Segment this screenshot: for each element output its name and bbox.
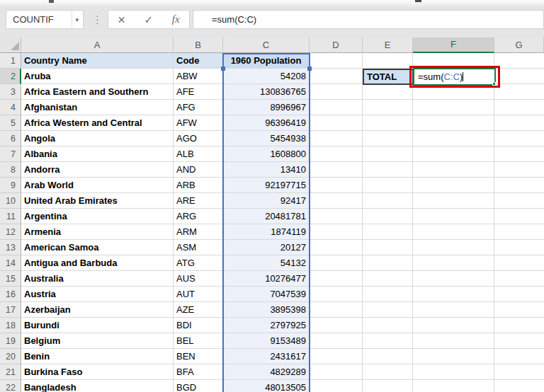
cell-empty[interactable] bbox=[494, 100, 544, 115]
cell-empty[interactable] bbox=[363, 115, 413, 131]
cell-empty[interactable] bbox=[494, 193, 544, 209]
cell-empty[interactable] bbox=[363, 178, 413, 193]
cell-total-label[interactable]: TOTAL bbox=[363, 69, 414, 85]
cell-empty[interactable] bbox=[363, 333, 413, 349]
cell-empty[interactable] bbox=[363, 209, 413, 224]
cell-population[interactable]: 1960 Population bbox=[223, 53, 310, 69]
cell-code[interactable]: ARM bbox=[174, 224, 223, 240]
row-number[interactable]: 5 bbox=[0, 115, 21, 131]
cell-country[interactable]: Africa Western and Central bbox=[21, 115, 174, 131]
chevron-down-icon[interactable]: ▾ bbox=[72, 11, 79, 28]
cell-population[interactable]: 54132 bbox=[223, 255, 310, 271]
cell-population[interactable]: 2797925 bbox=[223, 318, 310, 333]
cell-code[interactable]: AND bbox=[174, 162, 223, 178]
cell-country[interactable]: Benin bbox=[21, 349, 174, 364]
cell-country[interactable]: Australia bbox=[21, 271, 174, 287]
row-number[interactable]: 19 bbox=[0, 333, 21, 349]
row-number[interactable]: 16 bbox=[0, 287, 21, 302]
cell-country[interactable]: Andorra bbox=[21, 162, 174, 178]
cell-country[interactable]: United Arab Emirates bbox=[21, 193, 174, 209]
row-number[interactable]: 12 bbox=[0, 224, 21, 240]
cell-code[interactable]: ARB bbox=[174, 178, 223, 193]
cell-country[interactable]: Antigua and Barbuda bbox=[21, 255, 174, 271]
cell-population[interactable]: 54208 bbox=[223, 69, 310, 84]
column-header-G[interactable]: G bbox=[494, 38, 544, 53]
cell-empty[interactable] bbox=[413, 380, 494, 392]
cell-empty[interactable] bbox=[494, 349, 544, 364]
cell-population[interactable]: 5454938 bbox=[223, 131, 310, 146]
cell-empty[interactable] bbox=[310, 209, 363, 224]
cell-empty[interactable] bbox=[494, 69, 544, 84]
cell-empty[interactable] bbox=[494, 224, 544, 240]
row-number[interactable]: 15 bbox=[0, 271, 21, 287]
cell-empty[interactable] bbox=[310, 100, 363, 115]
cell-empty[interactable] bbox=[310, 162, 363, 178]
cell-code[interactable]: AFE bbox=[174, 84, 223, 100]
cell-empty[interactable] bbox=[310, 131, 363, 146]
column-header-B[interactable]: B bbox=[174, 38, 223, 53]
cell-empty[interactable] bbox=[494, 255, 544, 271]
cell-country[interactable]: Arab World bbox=[21, 178, 174, 193]
cell-empty[interactable] bbox=[413, 193, 494, 209]
cell-empty[interactable] bbox=[310, 302, 363, 318]
cell-country[interactable]: Austria bbox=[21, 287, 174, 302]
column-header-E[interactable]: E bbox=[363, 38, 413, 53]
cell-population[interactable]: 20481781 bbox=[223, 209, 310, 224]
cell-empty[interactable] bbox=[494, 287, 544, 302]
cell-empty[interactable] bbox=[363, 162, 413, 178]
cell-empty[interactable] bbox=[310, 349, 363, 364]
cell-empty[interactable] bbox=[494, 131, 544, 146]
cell-code[interactable]: AFG bbox=[174, 100, 223, 115]
row-number[interactable]: 8 bbox=[0, 162, 21, 178]
cell-empty[interactable] bbox=[310, 271, 363, 287]
row-number[interactable]: 17 bbox=[0, 302, 21, 318]
cell-empty[interactable] bbox=[310, 146, 363, 162]
cell-empty[interactable] bbox=[413, 131, 494, 146]
cell-empty[interactable] bbox=[494, 271, 544, 287]
row-number[interactable]: 6 bbox=[0, 131, 21, 146]
row-number[interactable]: 18 bbox=[0, 318, 21, 333]
cell-empty[interactable] bbox=[310, 333, 363, 349]
row-number[interactable]: 7 bbox=[0, 146, 21, 162]
cell-empty[interactable] bbox=[413, 178, 494, 193]
cell-empty[interactable] bbox=[413, 302, 494, 318]
cell-empty[interactable] bbox=[310, 255, 363, 271]
row-number[interactable]: 11 bbox=[0, 209, 21, 224]
cell-empty[interactable] bbox=[363, 318, 413, 333]
cell-empty[interactable] bbox=[413, 349, 494, 364]
cell-country[interactable]: Afghanistan bbox=[21, 100, 174, 115]
cell-empty[interactable] bbox=[494, 364, 544, 380]
cell-population[interactable]: 1608800 bbox=[223, 146, 310, 162]
cell-empty[interactable] bbox=[310, 84, 363, 100]
cell-empty[interactable] bbox=[413, 287, 494, 302]
cell-empty[interactable] bbox=[413, 255, 494, 271]
cell-empty[interactable] bbox=[494, 115, 544, 131]
cell-population[interactable]: 2431617 bbox=[223, 349, 310, 364]
row-number[interactable]: 10 bbox=[0, 193, 21, 209]
cell-empty[interactable] bbox=[413, 333, 494, 349]
cell-code[interactable]: AUS bbox=[174, 271, 223, 287]
cell-population[interactable]: 9153489 bbox=[223, 333, 310, 349]
cell-empty[interactable] bbox=[363, 53, 413, 69]
cell-population[interactable]: 7047539 bbox=[223, 287, 310, 302]
cell-population[interactable]: 1874119 bbox=[223, 224, 310, 240]
cell-empty[interactable] bbox=[310, 287, 363, 302]
cell-empty[interactable] bbox=[494, 240, 544, 255]
cell-code[interactable]: AFW bbox=[174, 115, 223, 131]
cell-code[interactable]: ABW bbox=[174, 69, 223, 84]
formula-input[interactable]: =sum(C:C) bbox=[193, 10, 544, 29]
cell-empty[interactable] bbox=[413, 162, 494, 178]
cell-empty[interactable] bbox=[494, 209, 544, 224]
cell-empty[interactable] bbox=[363, 131, 413, 146]
cell-empty[interactable] bbox=[310, 240, 363, 255]
cell-empty[interactable] bbox=[363, 287, 413, 302]
cell-empty[interactable] bbox=[310, 115, 363, 131]
cancel-icon[interactable]: × bbox=[118, 13, 125, 26]
cell-empty[interactable] bbox=[363, 271, 413, 287]
cell-empty[interactable] bbox=[413, 364, 494, 380]
cell-empty[interactable] bbox=[310, 53, 363, 69]
cell-empty[interactable] bbox=[413, 146, 494, 162]
cell-empty[interactable] bbox=[494, 146, 544, 162]
cell-country[interactable]: Burundi bbox=[21, 318, 174, 333]
cell-empty[interactable] bbox=[413, 240, 494, 255]
